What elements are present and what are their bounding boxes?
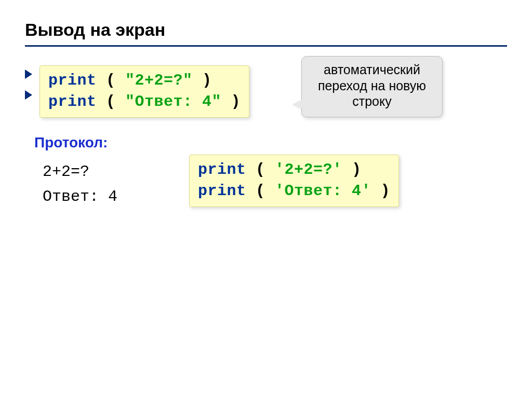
keyword: print (198, 182, 246, 200)
paren: ) (371, 182, 390, 200)
protocol-label: Протокол: (34, 134, 507, 151)
paren: ( (97, 72, 126, 89)
callout-tooltip: автоматический переход на новую строку (301, 56, 443, 117)
triangle-icon (25, 90, 32, 100)
triangle-icon (25, 70, 32, 79)
string-literal: '2+2=?' (275, 161, 342, 179)
string-literal: 'Ответ: 4' (275, 182, 371, 200)
paren: ) (221, 93, 241, 111)
paren: ( (97, 93, 126, 111)
paren: ( (246, 182, 275, 200)
slide: Вывод на экран print ( "2+2=?" ) print (… (0, 0, 532, 229)
code-line: print ( '2+2=?' ) (198, 159, 390, 181)
code-block-2-wrap: print ( '2+2=?' ) print ( 'Ответ: 4' ) (189, 155, 399, 207)
paren: ) (342, 161, 362, 179)
bullet-markers (25, 70, 32, 100)
page-title: Вывод на экран (25, 20, 507, 47)
keyword: print (48, 93, 97, 111)
string-literal: "2+2=?" (125, 72, 193, 89)
keyword: print (198, 161, 246, 179)
code-line: print ( "Ответ: 4" ) (48, 91, 241, 113)
paren: ) (193, 72, 212, 89)
string-literal: "Ответ: 4" (125, 93, 221, 111)
code-line: print ( 'Ответ: 4' ) (198, 181, 390, 202)
code-line: print ( "2+2=?" ) (48, 70, 241, 91)
keyword: print (48, 72, 97, 89)
paren: ( (246, 161, 275, 179)
code-block-1: print ( "2+2=?" ) print ( "Ответ: 4" ) (39, 65, 249, 118)
code-block-2: print ( '2+2=?' ) print ( 'Ответ: 4' ) (189, 155, 399, 207)
